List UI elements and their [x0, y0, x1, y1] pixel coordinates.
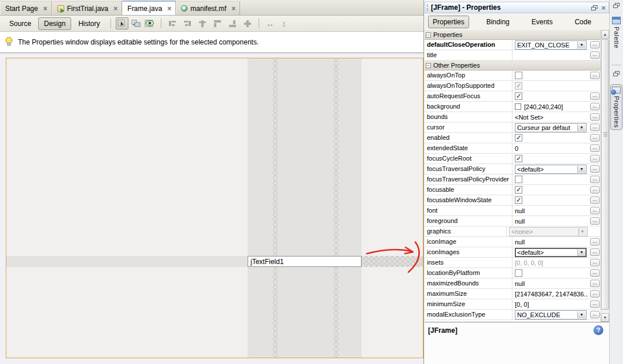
property-editor-button[interactable]: ... — [590, 300, 600, 308]
property-row-enabled[interactable]: enabled✓... — [425, 133, 601, 143]
section-header-properties[interactable]: −Properties — [425, 30, 601, 40]
property-editor-button[interactable]: ... — [590, 207, 600, 214]
close-tab-icon[interactable]: × — [229, 6, 235, 12]
editor-tab-frame-java[interactable]: Frame.java× — [122, 1, 176, 15]
property-row-maximumSize[interactable]: maximumSize[2147483647, 21474836...... — [425, 289, 601, 299]
design-button[interactable]: Design — [38, 17, 71, 30]
collapse-icon[interactable]: − — [426, 63, 431, 68]
property-editor-button[interactable]: ... — [590, 144, 600, 152]
design-canvas[interactable]: jTextField1 — [0, 54, 423, 364]
jframe-design-surface[interactable]: jTextField1 — [6, 58, 423, 358]
property-editor-button[interactable]: ... — [590, 41, 600, 49]
properties-tab-properties[interactable]: Properties — [428, 16, 469, 28]
property-editor-button[interactable]: ... — [590, 269, 600, 277]
properties-window-header[interactable]: [JFrame] - Properties × — [425, 2, 609, 13]
property-editor-button[interactable]: ... — [590, 259, 600, 266]
property-row-iconImage[interactable]: iconImagenull... — [425, 237, 601, 247]
property-row-iconImages[interactable]: iconImages<default>▼... — [425, 247, 601, 258]
align-right-column-icon[interactable] — [181, 17, 194, 29]
property-row-foreground[interactable]: foregroundnull... — [425, 216, 601, 226]
property-row-alwaysOnTop[interactable]: alwaysOnTop... — [425, 70, 601, 81]
property-editor-button[interactable]: ... — [590, 113, 600, 121]
properties-tab-events[interactable]: Events — [527, 16, 558, 28]
property-row-extendedState[interactable]: extendedState0... — [425, 143, 601, 154]
property-row-title[interactable]: title... — [425, 50, 601, 61]
property-row-focusableWindowState[interactable]: focusableWindowState✓... — [425, 195, 601, 206]
property-editor-button[interactable]: ... — [590, 238, 600, 246]
align-top-row-icon[interactable] — [211, 17, 224, 29]
property-editor-button[interactable]: ... — [590, 196, 600, 204]
property-row-background[interactable]: background[240,240,240]... — [425, 102, 601, 112]
checkbox-checked-icon[interactable]: ✓ — [515, 186, 522, 194]
properties-tab-binding[interactable]: Binding — [482, 16, 514, 28]
drag-grip-icon[interactable] — [427, 4, 429, 11]
float-window-icon[interactable] — [613, 3, 620, 8]
editor-tab-manifest-mf[interactable]: manifest.mf× — [176, 1, 240, 15]
iconImages-combobox[interactable]: <default>▼ — [515, 248, 587, 257]
resize-horizontal-icon[interactable]: ↔ — [264, 17, 277, 29]
focusTraversalPolicy-combobox[interactable]: <default>▼ — [515, 165, 587, 174]
palette-dock-button[interactable]: Palette — [610, 15, 622, 50]
checkbox-checked-icon[interactable]: ✓ — [515, 92, 522, 100]
float-window-icon[interactable] — [591, 5, 598, 10]
close-tab-icon[interactable]: × — [165, 6, 171, 12]
property-editor-button[interactable]: ... — [590, 248, 600, 256]
scroll-down-icon[interactable]: ▼ — [601, 313, 609, 322]
chevron-down-icon[interactable]: ▼ — [577, 124, 585, 131]
property-editor-button[interactable]: ... — [590, 311, 600, 318]
properties-dock-button[interactable]: Properties — [610, 84, 622, 130]
property-editor-button[interactable]: ... — [590, 134, 600, 142]
scrollbar-thumb[interactable] — [601, 39, 609, 310]
property-row-maximizedBounds[interactable]: maximizedBoundsnull... — [425, 278, 601, 289]
property-row-locationByPlatform[interactable]: locationByPlatform... — [425, 268, 601, 278]
connection-mode-icon[interactable] — [130, 17, 142, 29]
close-window-icon[interactable]: × — [601, 3, 606, 12]
property-editor-button[interactable]: ... — [590, 280, 600, 287]
editor-tab-firsttrial-java[interactable]: FirstTrial.java× — [52, 1, 123, 15]
property-editor-button[interactable]: ... — [590, 72, 600, 79]
editor-tab-start-page[interactable]: Start Page× — [0, 1, 52, 15]
property-row-focusTraversalPolicy[interactable]: focusTraversalPolicy<default>▼... — [425, 164, 601, 174]
close-tab-icon[interactable]: × — [111, 6, 117, 12]
scroll-up-icon[interactable]: ▲ — [601, 30, 609, 39]
property-editor-button[interactable]: ... — [590, 176, 600, 183]
align-bottom-row-icon[interactable] — [226, 17, 239, 29]
defaultCloseOperation-combobox[interactable]: EXIT_ON_CLOSE▼ — [515, 40, 587, 50]
property-editor-button[interactable]: ... — [590, 51, 600, 59]
collapse-icon[interactable]: − — [426, 32, 431, 38]
property-sheet-scrollbar[interactable]: ▲ ▼ — [600, 30, 609, 322]
resize-vertical-icon[interactable]: ↕ — [278, 17, 290, 29]
checkbox-checked-icon[interactable]: ✓ — [515, 155, 522, 162]
property-row-minimumSize[interactable]: minimumSize[0, 0]... — [425, 299, 601, 310]
history-button[interactable]: History — [72, 17, 105, 30]
property-editor-button[interactable]: ... — [590, 92, 600, 100]
source-button[interactable]: Source — [3, 17, 37, 30]
chevron-down-icon[interactable]: ▼ — [577, 42, 585, 49]
property-row-insets[interactable]: insets[0, 0, 0, 0]... — [425, 258, 601, 268]
properties-tab-code[interactable]: Code — [570, 16, 596, 28]
property-editor-button[interactable]: ... — [590, 155, 600, 162]
checkbox-checked-icon[interactable]: ✓ — [515, 134, 522, 142]
chevron-down-icon[interactable]: ▼ — [577, 166, 585, 173]
cursor-combobox[interactable]: Curseur par défaut▼ — [515, 123, 587, 132]
jtextfield1[interactable]: jTextField1 — [248, 256, 362, 267]
checkbox-unchecked-icon[interactable] — [515, 269, 522, 277]
property-row-focusTraversalPolicyProvider[interactable]: focusTraversalPolicyProvider... — [425, 174, 601, 185]
property-row-autoRequestFocus[interactable]: autoRequestFocus✓... — [425, 91, 601, 102]
chevron-down-icon[interactable]: ▼ — [577, 249, 585, 256]
property-row-alwaysOnTopSupported[interactable]: alwaysOnTopSupported✓ — [425, 81, 601, 91]
section-header-other-properties[interactable]: −Other Properties — [425, 61, 601, 70]
modalExclusionType-combobox[interactable]: NO_EXCLUDE▼ — [515, 310, 587, 320]
chevron-down-icon[interactable]: ▼ — [577, 311, 585, 318]
property-row-graphics[interactable]: graphics<none>▼ — [425, 226, 601, 237]
property-row-bounds[interactable]: bounds<Not Set>... — [425, 112, 601, 122]
property-editor-button[interactable]: ... — [590, 290, 600, 298]
selection-mode-icon[interactable] — [116, 17, 128, 29]
help-icon[interactable]: ? — [593, 325, 603, 335]
float-window-icon[interactable] — [613, 71, 620, 76]
property-editor-button[interactable]: ... — [590, 186, 600, 194]
checkbox-checked-icon[interactable]: ✓ — [515, 196, 522, 204]
checkbox-unchecked-icon[interactable] — [515, 72, 522, 79]
property-row-focusCycleRoot[interactable]: focusCycleRoot✓... — [425, 154, 601, 164]
property-editor-button[interactable]: ... — [590, 217, 600, 225]
